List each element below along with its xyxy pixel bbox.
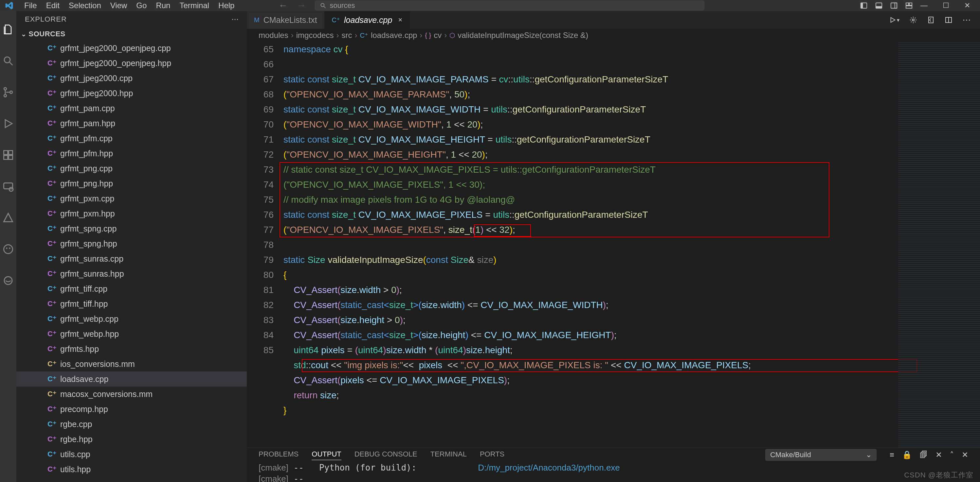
output-channel-label: CMake/Build (770, 450, 811, 459)
panel-clear-icon[interactable]: ✕ (935, 450, 942, 460)
output-content[interactable]: [cmake] -- Python (for build): D:/my_pro… (247, 462, 980, 482)
activity-scm-icon[interactable] (2, 86, 14, 98)
file-item[interactable]: C⁺grfmt_spng.hpp (16, 236, 247, 251)
menu-edit[interactable]: Edit (41, 1, 64, 10)
activity-debug-icon[interactable] (2, 118, 14, 130)
file-item[interactable]: C⁺grfmt_pxm.cpp (16, 191, 247, 206)
explorer-more-icon[interactable]: ⋯ (231, 15, 239, 24)
breadcrumb-item[interactable]: src (341, 31, 352, 40)
file-item[interactable]: C⁺grfmt_spng.cpp (16, 221, 247, 236)
file-name: grfmt_webp.cpp (60, 314, 118, 324)
file-item[interactable]: C⁺utils.hpp (16, 462, 247, 477)
editor-tab[interactable]: MCMakeLists.txt (247, 11, 325, 29)
file-item[interactable]: C⁺ios_conversions.mm (16, 357, 247, 371)
file-item[interactable]: C⁺grfmt_jpeg2000.cpp (16, 71, 247, 86)
command-center-search[interactable]: sources (315, 1, 705, 11)
panel-tab-ports[interactable]: PORTS (480, 450, 504, 460)
run-dropdown-icon[interactable]: ▾ (889, 16, 899, 24)
file-item[interactable]: C⁺grfmt_pfm.hpp (16, 146, 247, 161)
breadcrumb-label: src (341, 31, 352, 40)
file-item[interactable]: C⁺grfmt_pam.hpp (16, 116, 247, 131)
tab-close-icon[interactable]: × (398, 16, 402, 24)
cpp-file-icon: C⁺ (48, 420, 56, 428)
breadcrumb-item[interactable]: C⁺loadsave.cpp (360, 31, 417, 40)
settings-gear-icon[interactable] (909, 16, 917, 24)
window-close-icon[interactable]: ✕ (964, 1, 970, 10)
file-item[interactable]: C⁺grfmt_jpeg2000_openjpeg.cpp (16, 41, 247, 55)
menu-file[interactable]: File (20, 1, 41, 10)
menu-view[interactable]: View (106, 1, 132, 10)
panel-maximize-icon[interactable]: ˄ (950, 450, 954, 460)
editor-tab[interactable]: C⁺loadsave.cpp× (325, 11, 410, 29)
customize-layout-icon[interactable] (905, 2, 913, 9)
panel-tab-terminal[interactable]: TERMINAL (430, 450, 467, 460)
file-item[interactable]: C⁺grfmt_png.hpp (16, 176, 247, 191)
activity-extensions-icon[interactable] (2, 149, 14, 161)
file-item[interactable]: C⁺grfmt_webp.cpp (16, 311, 247, 327)
menu-terminal[interactable]: Terminal (175, 1, 214, 10)
hpp-file-icon: C⁺ (48, 435, 56, 443)
svg-point-0 (321, 3, 325, 6)
panel-tab-output[interactable]: OUTPUT (312, 450, 341, 460)
window-maximize-icon[interactable]: ☐ (943, 1, 949, 10)
panel-filter-icon[interactable]: ≡ (890, 450, 894, 460)
file-item[interactable]: C⁺precomp.hpp (16, 401, 247, 417)
file-item[interactable]: C⁺macosx_conversions.mm (16, 387, 247, 401)
breadcrumb-item[interactable]: modules (259, 31, 288, 40)
file-item[interactable]: C⁺grfmt_jpeg2000.hpp (16, 86, 247, 101)
panel-tab-problems[interactable]: PROBLEMS (259, 450, 299, 460)
activity-search-icon[interactable] (2, 55, 14, 67)
window-minimize-icon[interactable]: — (920, 1, 928, 10)
file-item[interactable]: C⁺grfmt_tiff.cpp (16, 281, 247, 296)
panel-lock-icon[interactable]: 🔒 (902, 450, 912, 460)
minimap[interactable] (898, 42, 980, 447)
activity-remote-icon[interactable] (2, 181, 14, 192)
nav-back-icon[interactable]: ← (278, 0, 287, 11)
nav-forward-icon[interactable]: → (297, 0, 306, 11)
panel-tab-debug-console[interactable]: DEBUG CONSOLE (355, 450, 417, 460)
file-item[interactable]: C⁺grfmt_jpeg2000_openjpeg.hpp (16, 55, 247, 71)
breadcrumb-item[interactable]: imgcodecs (296, 31, 334, 40)
toggle-panel-left-icon[interactable] (860, 2, 867, 9)
tab-filetype-icon: C⁺ (332, 16, 340, 24)
breadcrumb-item[interactable]: { }cv (425, 31, 442, 40)
menu-help[interactable]: Help (214, 1, 239, 10)
editor-more-icon[interactable]: ⋯ (963, 15, 971, 25)
breadcrumbs[interactable]: modules›imgcodecs›src›C⁺loadsave.cpp›{ }… (247, 29, 980, 42)
file-item[interactable]: C⁺rgbe.hpp (16, 432, 247, 447)
panel-open-log-icon[interactable]: 🗐 (920, 450, 928, 460)
code-content[interactable]: namespace cv { static const size_t CV_IO… (282, 42, 898, 447)
explorer-section-header[interactable]: ⌄ SOURCES (16, 27, 247, 41)
file-name: grfmts.hpp (60, 344, 99, 354)
toggle-panel-right-icon[interactable] (890, 2, 897, 9)
file-item[interactable]: C⁺grfmt_pxm.hpp (16, 206, 247, 221)
file-item[interactable]: C⁺grfmt_pfm.cpp (16, 131, 247, 146)
menu-selection[interactable]: Selection (64, 1, 106, 10)
file-name: grfmt_jpeg2000.cpp (60, 74, 132, 83)
panel-close-icon[interactable]: ✕ (962, 450, 968, 460)
menu-go[interactable]: Go (132, 1, 151, 10)
activity-copilot-icon[interactable] (2, 275, 14, 287)
output-channel-picker[interactable]: CMake/Build ⌄ (765, 449, 877, 461)
activity-github-icon[interactable] (2, 243, 14, 255)
toggle-panel-bottom-icon[interactable] (875, 2, 883, 9)
split-editor-icon[interactable] (945, 16, 953, 24)
file-item[interactable]: C⁺rgbe.cpp (16, 417, 247, 432)
hpp-file-icon: C⁺ (48, 300, 56, 308)
file-item[interactable]: C⁺grfmt_png.cpp (16, 161, 247, 176)
file-item[interactable]: C⁺loadsave.cpp (16, 371, 247, 387)
file-item[interactable]: C⁺grfmts.hpp (16, 341, 247, 357)
bottom-panel: PROBLEMSOUTPUTDEBUG CONSOLETERMINALPORTS… (247, 447, 980, 482)
breadcrumb-item[interactable]: ⬡validateInputImageSize(const Size &) (449, 31, 588, 40)
file-item[interactable]: C⁺grfmt_tiff.hpp (16, 296, 247, 311)
file-item[interactable]: C⁺grfmt_sunras.cpp (16, 251, 247, 266)
activity-cmake-icon[interactable] (2, 212, 14, 224)
compare-icon[interactable] (927, 16, 935, 24)
activity-explorer-icon[interactable] (2, 24, 14, 35)
file-item[interactable]: C⁺grfmt_pam.cpp (16, 101, 247, 116)
file-item[interactable]: C⁺grfmt_sunras.hpp (16, 266, 247, 281)
file-item[interactable]: C⁺utils.cpp (16, 447, 247, 462)
breadcrumb-separator-icon: › (291, 31, 294, 40)
menu-run[interactable]: Run (151, 1, 175, 10)
file-item[interactable]: C⁺grfmt_webp.hpp (16, 327, 247, 341)
